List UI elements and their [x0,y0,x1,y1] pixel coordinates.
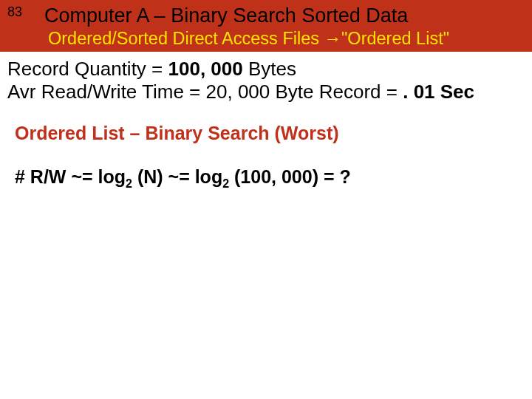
rw-time-value: . 01 Sec [403,81,474,103]
formula-mid2: (100, 000) = ? [229,166,351,187]
formula-sub1: 2 [126,177,132,190]
subtitle-pre: Ordered/Sorted Direct Access Files [48,29,324,48]
rw-time-label: Avr Read/Write Time = 20, 000 Byte Recor… [7,81,403,103]
slide-title: Computer A – Binary Search Sorted Data [44,4,408,27]
subtitle-post: "Ordered List" [341,29,449,48]
arrow-icon: → [324,29,342,48]
slide-number: 83 [7,4,22,20]
formula-mid1: (N) ~= log [132,166,222,187]
slide-subtitle: Ordered/Sorted Direct Access Files →"Ord… [48,29,525,49]
header-top-row: 83 Computer A – Binary Search Sorted Dat… [7,4,525,27]
read-write-time-line: Avr Read/Write Time = 20, 000 Byte Recor… [7,81,522,103]
section-title: Ordered List – Binary Search (Worst) [15,123,522,144]
record-qty-label: Record Quantity = [7,58,168,80]
slide-header: 83 Computer A – Binary Search Sorted Dat… [0,0,532,52]
formula-line: # R/W ~= log2 (N) ~= log2 (100, 000) = ? [15,166,522,191]
slide-body: Record Quantity = 100, 000 Bytes Avr Rea… [0,52,532,191]
formula-sub2: 2 [222,177,229,190]
record-qty-value: 100, 000 [168,58,243,80]
record-quantity-line: Record Quantity = 100, 000 Bytes [7,58,522,81]
formula-pre: # R/W ~= log [15,166,126,187]
record-qty-unit: Bytes [243,58,296,80]
